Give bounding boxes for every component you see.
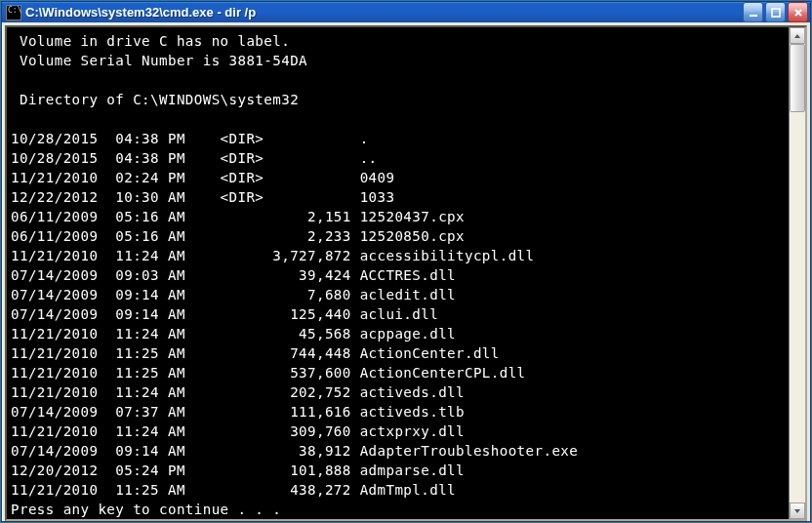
- console-output[interactable]: Volume in drive C has no label. Volume S…: [7, 27, 789, 519]
- scroll-track[interactable]: [790, 44, 805, 503]
- svg-rect-1: [772, 9, 780, 17]
- scroll-thumb[interactable]: [790, 44, 805, 112]
- window-title: C:\Windows\system32\cmd.exe - dir /p: [25, 5, 743, 20]
- window-controls: [743, 2, 808, 22]
- minimize-button[interactable]: [743, 2, 763, 22]
- cmd-icon: [6, 5, 21, 20]
- scroll-up-button[interactable]: [790, 27, 805, 44]
- close-button[interactable]: [788, 2, 808, 22]
- titlebar[interactable]: C:\Windows\system32\cmd.exe - dir /p: [2, 2, 810, 22]
- svg-rect-0: [750, 15, 757, 17]
- console-client-area: Volume in drive C has no label. Volume S…: [5, 25, 807, 521]
- scroll-down-button[interactable]: [790, 503, 805, 519]
- maximize-button[interactable]: [765, 2, 786, 22]
- vertical-scrollbar[interactable]: [789, 27, 805, 519]
- cmd-window: C:\Windows\system32\cmd.exe - dir /p Vol…: [1, 1, 811, 522]
